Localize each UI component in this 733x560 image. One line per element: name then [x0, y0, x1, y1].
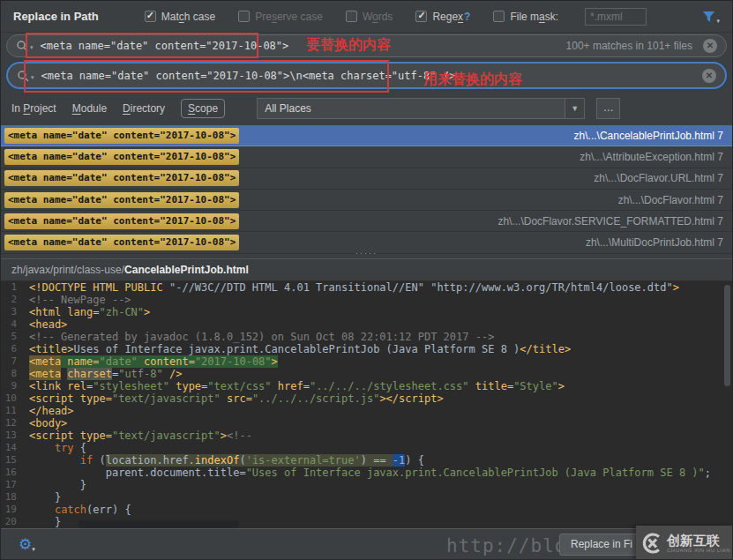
result-row[interactable]: <meta name="date" content="2017-10-08">z…	[1, 125, 732, 146]
preview-file-header: zh/javax/print/class-use/CancelablePrint…	[1, 258, 732, 281]
line-number: 20	[1, 516, 29, 528]
result-row[interactable]: <meta name="date" content="2017-10-08">z…	[1, 211, 732, 232]
replace-in-find-window-button[interactable]: Replace in Fi	[559, 534, 644, 556]
logo-subtext: CHUANG XIN HU LIAN	[667, 548, 730, 553]
matches-count-label: 100+ matches in 101+ files	[566, 40, 692, 52]
code-preview-editor[interactable]: 1<!DOCTYPE HTML PUBLIC "-//W3C//DTD HTML…	[1, 281, 732, 530]
checkbox-icon[interactable]	[493, 11, 505, 22]
scope-filter-row: In ProjectModuleDirectoryScope All Place…	[1, 94, 732, 123]
option-match-case[interactable]: Match case	[145, 11, 215, 23]
gear-icon: ⚙	[19, 537, 32, 552]
checkbox-icon[interactable]	[415, 11, 427, 22]
code-line: 5<!-- Generated by javadoc (1.8.0_152) o…	[1, 331, 732, 343]
result-file-path: zh\...\DocFlavor.URL.html 7	[594, 172, 723, 184]
vertical-scrollbar[interactable]	[724, 285, 730, 386]
line-number: 1	[1, 281, 29, 294]
line-number: 3	[1, 306, 29, 318]
option-label: Regex	[432, 11, 463, 23]
brand-logo-icon	[640, 532, 663, 555]
clear-replace-button[interactable]: ✕	[702, 69, 716, 83]
search-history-button[interactable]: ▾	[16, 40, 34, 52]
horizontal-scrollbar[interactable]	[79, 520, 239, 528]
line-number: 18	[1, 491, 29, 504]
line-number: 16	[1, 467, 29, 479]
search-icon	[16, 40, 28, 52]
replace-history-button[interactable]: ▾	[17, 70, 34, 82]
result-row[interactable]: <meta name="date" content="2017-10-08">z…	[1, 168, 732, 190]
search-query-text[interactable]: <meta name="date" content="2017-10-08">	[41, 40, 289, 52]
match-text-chip: <meta name="date" content="2017-10-08">	[4, 235, 239, 250]
code-line: 14 try {	[1, 442, 732, 454]
option-preserve-case[interactable]: Preserve case	[238, 11, 323, 23]
scope-select[interactable]: All Places ▼	[257, 98, 585, 119]
result-file-path: zh\...\AttributeException.html 7	[580, 151, 723, 163]
splitter-handle[interactable]: ·····	[1, 250, 732, 258]
code-line: 10<script type="text/javascript" src="..…	[1, 392, 732, 405]
result-row[interactable]: <meta name="date" content="2017-10-08">z…	[1, 190, 732, 211]
option-label: Preserve case	[255, 11, 323, 23]
code-line: 12<body>	[1, 417, 732, 429]
chevron-down-icon: ▾	[30, 44, 34, 51]
line-number: 14	[1, 442, 29, 454]
chevron-down-icon: ▾	[31, 74, 34, 81]
option-label: File mask:	[510, 11, 558, 23]
editor-code: 1<!DOCTYPE HTML PUBLIC "-//W3C//DTD HTML…	[1, 281, 732, 528]
code-line: 9<link rel="stylesheet" type="text/css" …	[1, 380, 732, 392]
line-number: 9	[1, 380, 29, 392]
checkbox-icon[interactable]	[238, 11, 250, 22]
chevron-down-icon: ▾	[716, 18, 720, 25]
match-text-chip: <meta name="date" content="2017-10-08">	[4, 128, 239, 144]
annotation-note-replace: 用来替换的内容	[423, 71, 522, 89]
chevron-down-icon[interactable]: ▼	[565, 99, 584, 118]
scope-tab-scope[interactable]: Scope	[181, 99, 225, 118]
option-label: Match case	[161, 11, 215, 23]
scope-tab-directory[interactable]: Directory	[123, 102, 165, 115]
funnel-icon	[702, 11, 715, 23]
line-number: 6	[1, 343, 29, 355]
preview-path-prefix: zh/javax/print/class-use/	[11, 264, 124, 276]
chevron-down-icon: ▾	[32, 546, 35, 553]
code-line: 18 }	[1, 491, 732, 504]
site-logo-badge: 创新互联 CHUANG XIN HU LIAN	[636, 526, 732, 560]
result-row[interactable]: <meta name="date" content="2017-10-08">z…	[1, 146, 732, 168]
code-line: 11</head>	[1, 405, 732, 417]
regex-help-link[interactable]: ?	[464, 11, 470, 23]
code-line: 15 if (location.href.indexOf('is-externa…	[1, 454, 732, 467]
code-line: 16 parent.document.title="Uses of Interf…	[1, 467, 732, 479]
filter-results-button[interactable]: ▾	[702, 11, 720, 23]
clear-search-button[interactable]: ✕	[703, 39, 717, 53]
checkbox-icon[interactable]	[346, 11, 357, 22]
scope-more-button[interactable]: …	[596, 98, 620, 119]
result-file-path: zh\...\DocFlavor.html 7	[618, 194, 723, 206]
search-icon	[17, 70, 29, 82]
scope-tab-in-project[interactable]: In Project	[11, 102, 56, 115]
preview-file-name: CancelablePrintJob.html	[124, 264, 249, 276]
dialog-footer: ⚙ ▾ http://blog.cs Replace in Fi	[1, 528, 732, 559]
match-text-chip: <meta name="date" content="2017-10-08">	[4, 170, 239, 186]
match-text-chip: <meta name="date" content="2017-10-08">	[4, 149, 239, 165]
checkbox-icon[interactable]	[145, 11, 156, 22]
dialog-toolbar: Replace in Path Match casePreserve caseW…	[1, 1, 732, 33]
option-file-mask[interactable]: File mask:	[493, 11, 558, 23]
option-words[interactable]: Words	[346, 11, 393, 23]
code-line: 19 catch(err) {	[1, 504, 732, 516]
scope-tab-module[interactable]: Module	[72, 102, 107, 115]
option-regex[interactable]: Regex?	[415, 11, 470, 23]
line-number: 15	[1, 454, 29, 467]
line-number: 19	[1, 504, 29, 516]
code-line: 17 }	[1, 479, 732, 491]
line-number: 4	[1, 318, 29, 331]
result-file-path: zh\...\CancelablePrintJob.html 7	[574, 130, 723, 142]
line-number: 7	[1, 355, 29, 368]
replace-value-text[interactable]: <meta name="date" content="2017-10-08">\…	[41, 70, 456, 82]
line-number: 5	[1, 331, 29, 343]
replace-field[interactable]: ▾ <meta name="date" content="2017-10-08"…	[6, 62, 727, 89]
settings-button[interactable]: ⚙ ▾	[19, 537, 35, 552]
line-number: 13	[1, 429, 29, 442]
match-text-chip: <meta name="date" content="2017-10-08">	[4, 192, 239, 208]
code-line: 8<meta charset="utf-8" />	[1, 368, 732, 380]
line-number: 12	[1, 417, 29, 429]
file-mask-input[interactable]	[585, 8, 647, 26]
code-line: 3<html lang="zh-CN">	[1, 306, 732, 318]
code-line: 1<!DOCTYPE HTML PUBLIC "-//W3C//DTD HTML…	[1, 281, 732, 294]
